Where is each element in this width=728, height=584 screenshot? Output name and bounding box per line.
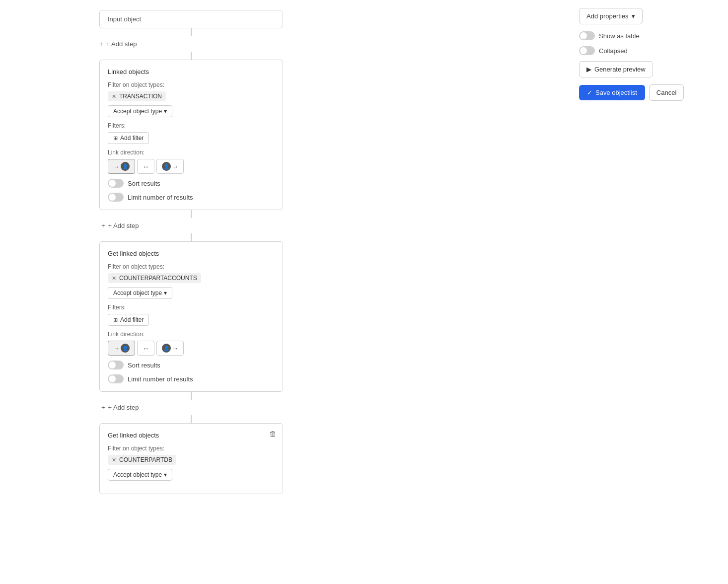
add-step-2[interactable]: + + Add step <box>99 222 139 229</box>
filters-label-2: Filters: <box>108 304 275 311</box>
accept-btn-label-3: Accept object type <box>113 471 162 478</box>
accept-object-type-btn-3[interactable]: Accept object type ▾ <box>108 469 172 481</box>
filter-icon-2: ⊞ <box>113 317 118 323</box>
right-panel: Add properties ▾ Show as table Collapsed… <box>569 0 728 584</box>
link-dir-btn-1a[interactable]: → 👤 <box>108 159 135 174</box>
sort-results-toggle-2[interactable] <box>108 361 124 369</box>
link-dir-btn-2b[interactable]: ↔ <box>137 341 154 356</box>
remove-type-icon-3[interactable]: ✕ <box>112 457 116 463</box>
remove-type-icon-2[interactable]: ✕ <box>112 275 116 282</box>
add-step-icon-2: + <box>101 222 105 229</box>
accept-object-type-btn-2[interactable]: Accept object type ▾ <box>108 287 172 299</box>
sort-results-label-2: Sort results <box>128 362 160 369</box>
object-type-name-2: COUNTERPARTACCOUNTS <box>119 275 197 282</box>
add-step-label-3: + Add step <box>108 404 139 411</box>
add-filter-btn-2[interactable]: ⊞ Add filter <box>108 314 149 326</box>
object-type-tag-2: ✕ COUNTERPARTACCOUNTS <box>108 273 201 283</box>
limit-results-label-2: Limit number of results <box>128 375 193 383</box>
add-step-label-2: + Add step <box>108 222 139 229</box>
arrow-right-1c: → <box>172 163 178 170</box>
sort-results-toggle-1[interactable] <box>108 179 124 188</box>
limit-results-toggle-2[interactable] <box>108 374 124 383</box>
accept-object-type-btn-1[interactable]: Accept object type ▾ <box>108 105 172 117</box>
add-step-icon-1: + <box>99 40 103 48</box>
accept-btn-label-2: Accept object type <box>113 290 162 296</box>
card-title-3: Get linked objects <box>108 432 275 439</box>
save-objectlist-button[interactable]: ✓ Save objectlist <box>579 85 645 100</box>
object-type-tag-3: ✕ COUNTERPARTDB <box>108 455 176 465</box>
input-object-card: Input object <box>99 10 283 28</box>
person-icon-1a: 👤 <box>121 162 130 171</box>
link-dir-btn-1b[interactable]: ↔ <box>137 159 154 174</box>
add-filter-label-1: Add filter <box>120 135 144 142</box>
arrow-right-1: → <box>113 163 120 170</box>
link-dir-btn-2c[interactable]: 👤 → <box>156 341 184 356</box>
arrow-right-2c: → <box>172 345 178 352</box>
save-checkmark-icon: ✓ <box>587 89 592 96</box>
collapsed-toggle[interactable] <box>579 46 595 55</box>
add-filter-btn-1[interactable]: ⊞ Add filter <box>108 132 149 144</box>
object-type-name-1: TRANSACTION <box>119 93 162 100</box>
limit-results-label-1: Limit number of results <box>128 194 193 201</box>
add-properties-label: Add properties <box>586 12 629 20</box>
add-step-label-1: + Add step <box>106 40 137 48</box>
limit-results-toggle-1[interactable] <box>108 193 124 202</box>
add-properties-chevron: ▾ <box>632 12 635 20</box>
collapsed-label: Collapsed <box>599 47 628 55</box>
person-icon-1c: 👤 <box>162 162 171 171</box>
person-icon-2c: 👤 <box>162 344 171 353</box>
limit-results-row-1: Limit number of results <box>108 193 275 202</box>
cancel-button[interactable]: Cancel <box>649 84 684 101</box>
limit-results-row-2: Limit number of results <box>108 374 275 383</box>
generate-preview-button[interactable]: ▶ Generate preview <box>579 61 653 77</box>
add-step-3[interactable]: + + Add step <box>99 404 139 411</box>
add-step-icon-3: + <box>101 404 105 411</box>
link-dir-btn-2a[interactable]: → 👤 <box>108 341 135 356</box>
card-title-2: Get linked objects <box>108 250 275 257</box>
action-buttons-row: ✓ Save objectlist Cancel <box>579 84 718 101</box>
show-as-table-row: Show as table <box>579 31 718 40</box>
input-object-label: Input object <box>108 15 141 23</box>
sort-results-row-1: Sort results <box>108 179 275 188</box>
collapsed-row: Collapsed <box>579 46 718 55</box>
add-filter-label-2: Add filter <box>120 316 144 323</box>
object-type-name-3: COUNTERPARTDB <box>119 456 172 463</box>
cancel-label: Cancel <box>656 89 676 96</box>
object-type-tag-1: ✕ TRANSACTION <box>108 91 166 101</box>
delete-btn-3[interactable]: 🗑 <box>269 430 277 438</box>
filter-label-3: Filter on object types: <box>108 445 275 452</box>
link-direction-group-2: → 👤 ↔ 👤 → <box>108 341 275 356</box>
card-title-1: Linked objects <box>108 68 275 75</box>
accept-btn-chevron-1: ▾ <box>164 108 167 115</box>
filters-label-1: Filters: <box>108 122 275 129</box>
filter-label-2: Filter on object types: <box>108 263 275 270</box>
linked-objects-card-3: 🗑 Get linked objects Filter on object ty… <box>99 423 283 494</box>
sort-results-label-1: Sort results <box>128 180 160 187</box>
sort-results-row-2: Sort results <box>108 361 275 369</box>
linked-objects-card-2: Get linked objects Filter on object type… <box>99 241 283 392</box>
filter-icon-1: ⊞ <box>113 135 118 142</box>
link-direction-group-1: → 👤 ↔ 👤 → <box>108 159 275 174</box>
bidirectional-1: ↔ <box>143 163 149 170</box>
accept-btn-chevron-3: ▾ <box>164 471 167 478</box>
link-direction-label-1: Link direction: <box>108 149 275 156</box>
person-icon-2a: 👤 <box>121 344 130 353</box>
save-label: Save objectlist <box>595 89 637 96</box>
show-as-table-toggle[interactable] <box>579 31 595 40</box>
link-direction-label-2: Link direction: <box>108 331 275 338</box>
remove-type-icon-1[interactable]: ✕ <box>112 93 116 100</box>
show-as-table-label: Show as table <box>599 32 640 40</box>
play-icon: ▶ <box>586 66 591 73</box>
link-dir-btn-1c[interactable]: 👤 → <box>156 159 184 174</box>
arrow-right-2: → <box>113 345 120 352</box>
linked-objects-card-1: Linked objects Filter on object types: ✕… <box>99 60 283 210</box>
add-step-1[interactable]: + + Add step <box>99 40 137 48</box>
filter-label-1: Filter on object types: <box>108 81 275 88</box>
add-properties-button[interactable]: Add properties ▾ <box>579 8 643 24</box>
bidirectional-2: ↔ <box>143 345 149 352</box>
generate-preview-label: Generate preview <box>594 66 646 73</box>
accept-btn-chevron-2: ▾ <box>164 290 167 296</box>
accept-btn-label-1: Accept object type <box>113 108 162 115</box>
